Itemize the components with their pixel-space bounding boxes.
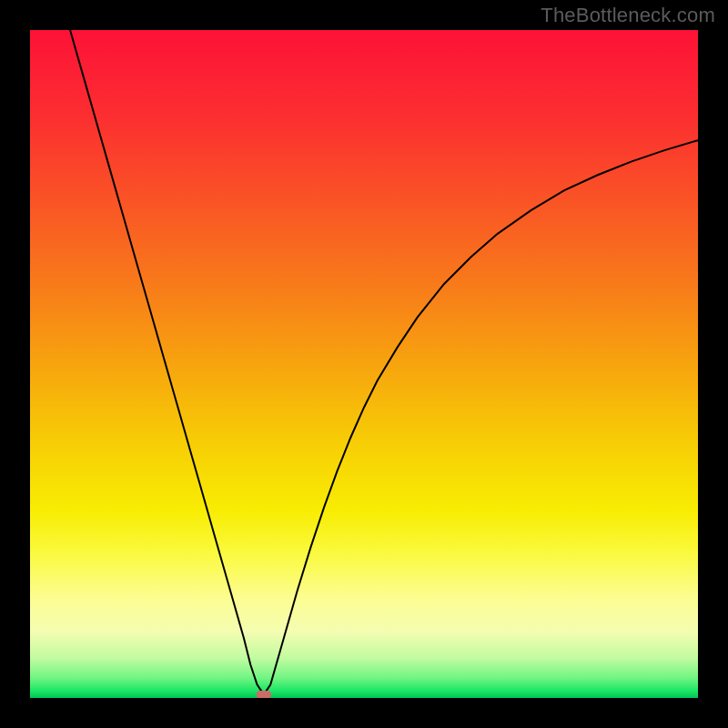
chart-svg bbox=[30, 30, 698, 698]
gradient-background bbox=[30, 30, 698, 698]
plot-area bbox=[30, 30, 698, 698]
watermark-text: TheBottleneck.com bbox=[541, 4, 715, 27]
chart-container: TheBottleneck.com bbox=[0, 0, 728, 728]
optimal-point-marker bbox=[257, 691, 271, 698]
